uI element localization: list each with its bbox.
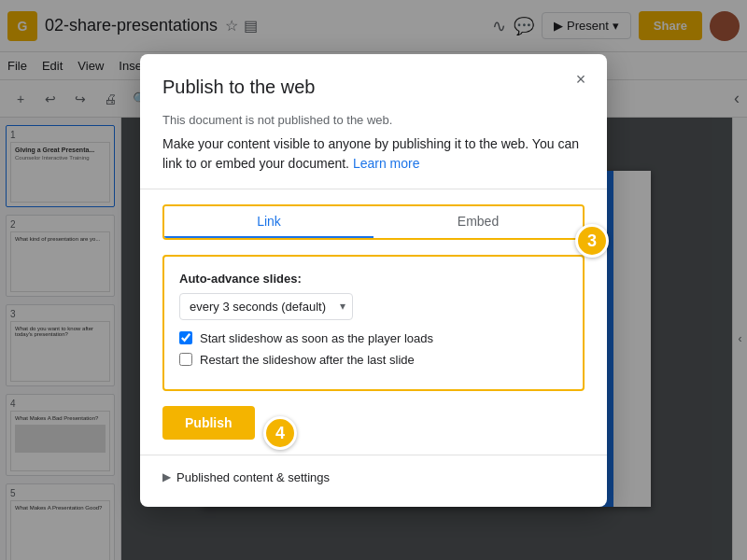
auto-advance-label: Auto-advance slides: — [179, 272, 568, 286]
published-arrow-icon: ▶ — [162, 470, 171, 483]
checkbox-row-2: Restart the slideshow after the last sli… — [179, 353, 568, 367]
published-section-label: Published content & settings — [176, 470, 330, 484]
tab-embed[interactable]: Embed — [374, 206, 583, 238]
tab-link[interactable]: Link — [164, 206, 374, 238]
auto-advance-select-wrapper: every 3 seconds (default) every 1 second… — [179, 293, 353, 320]
dialog-close-button[interactable]: × — [570, 69, 592, 91]
checkbox-row-1: Start slideshow as soon as the player lo… — [179, 331, 568, 345]
published-content-section[interactable]: ▶ Published content & settings — [162, 470, 585, 484]
tab-content-box: Auto-advance slides: every 3 seconds (de… — [162, 255, 585, 391]
modal-overlay: Publish to the web × This document is no… — [0, 0, 747, 560]
checkbox-1-label: Start slideshow as soon as the player lo… — [200, 331, 433, 345]
dialog-description: Make your content visible to anyone by p… — [162, 134, 585, 174]
checkbox-start-slideshow[interactable] — [179, 331, 192, 344]
checkbox-2-label: Restart the slideshow after the last sli… — [200, 353, 415, 367]
auto-advance-select[interactable]: every 3 seconds (default) every 1 second… — [179, 293, 353, 320]
callout-badge-4: 4 — [263, 416, 297, 450]
dialog-title: Publish to the web — [162, 77, 585, 98]
publish-button[interactable]: Publish — [162, 406, 255, 440]
learn-more-link[interactable]: Learn more — [353, 156, 420, 171]
callout-badge-3: 3 — [575, 224, 609, 258]
dialog-tabs: Link Embed — [162, 204, 585, 240]
dialog-divider-2 — [140, 455, 607, 455]
checkbox-restart-slideshow[interactable] — [179, 353, 192, 366]
publish-dialog: Publish to the web × This document is no… — [140, 54, 607, 507]
dialog-status-text: This document is not published to the we… — [162, 113, 585, 127]
dialog-divider — [140, 189, 607, 189]
